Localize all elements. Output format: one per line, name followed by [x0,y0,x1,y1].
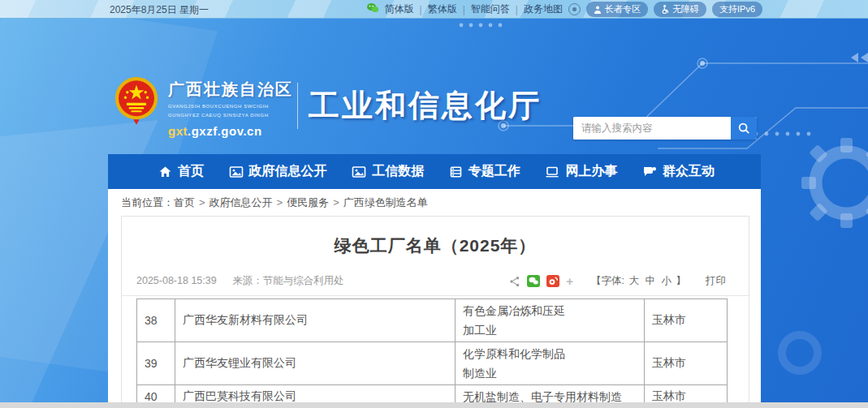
elder-zone-button[interactable]: 长者专区 [586,2,648,17]
domain-prefix: gxt [168,124,188,138]
gear-icon [771,324,828,381]
publish-date: 2025-08-18 15:39 [136,275,217,286]
header-divider [297,83,298,129]
industry-cell: 无机盐制造、电子专用材料制造 [456,385,645,403]
city-cell: 玉林市 [645,385,728,403]
article-meta: 2025-08-18 15:39 来源：节能与综合利用处 + 【字体: 大 中 [122,274,749,296]
link-simplified-chinese[interactable]: 简体版 [385,2,414,16]
link-gov-map[interactable]: 政务地图 [524,2,563,16]
site-domain: gxt.gxzf.gov.cn [168,124,293,138]
picture-icon [229,165,244,178]
nav-item-industry-data[interactable]: 工信数据 [352,163,424,180]
row-number-cell: 40 [137,385,175,403]
breadcrumb-current-page[interactable]: 广西绿色制造名单 [343,196,428,208]
site-banner: 广西壮族自治区 GVANGJSIH BOUXCUENGH SWCIGIH GUN… [0,19,868,154]
nav-item-info-disclosure[interactable]: 政府信息公开 [229,163,327,180]
breadcrumb-info-disclosure[interactable]: 政府信息公开 [209,196,273,208]
font-label-open: 【字体: [591,275,624,286]
ipv6-badge[interactable]: 支持IPv6 [712,2,762,17]
search-box [573,117,757,140]
search-icon [737,122,750,135]
company-cell: 广西巴莫科技有限公司 [175,385,456,403]
nav-label: 政府信息公开 [249,163,327,180]
search-input[interactable] [573,117,731,140]
chat-bubbles-icon [642,165,657,178]
weibo-share-icon[interactable] [546,275,559,287]
industry-cell: 化学原料和化学制品 制造业 [456,342,645,385]
circle-badge-icon[interactable] [568,3,581,15]
national-emblem-logo[interactable] [114,75,159,126]
wechat-share-icon[interactable] [527,275,540,287]
nav-item-home[interactable]: 首页 [158,163,204,180]
table-row: 38 广西华友新材料有限公司 有色金属冶炼和压延 加工业 玉林市 [137,299,728,342]
article-box: 绿色工厂名单（2025年） 2025-08-18 15:39 来源：节能与综合利… [121,216,749,402]
industry-line: 有色金属冶炼和压延 [463,301,637,320]
search-button[interactable] [731,117,757,140]
meta-right: + 【字体: 大 中 小 】 打印 [509,274,726,288]
separator: | [420,4,422,15]
article-title: 绿色工厂名单（2025年） [122,234,749,257]
font-size-medium[interactable]: 中 [646,275,656,286]
main-nav: 首页 政府信息公开 工信数据 专题工作 网上办事 群众互动 [108,154,761,189]
city-cell: 玉林市 [645,299,728,342]
font-size-large[interactable]: 大 [629,275,640,286]
meta-left: 2025-08-18 15:39 来源：节能与综合利用处 [136,274,357,288]
breadcrumb-separator: > [277,196,283,208]
font-size-small[interactable]: 小 [662,275,672,286]
company-cell: 广西华友锂业有限公司 [175,342,456,385]
elder-person-icon [594,6,602,14]
green-factory-table: 38 广西华友新材料有限公司 有色金属冶炼和压延 加工业 玉林市 39 广西华友… [136,298,728,402]
bottom-strip [0,402,868,408]
nav-item-online-services[interactable]: 网上办事 [545,163,617,180]
article-source: 来源：节能与综合利用处 [232,275,344,286]
topbar-links: 简体版 | 繁体版 | 智能问答 | 政务地图 长者专区 无障碍 支持IPv6 [366,2,762,17]
ipv6-label: 支持IPv6 [719,3,755,15]
font-size-control: 【字体: 大 中 小 】 [591,274,686,288]
breadcrumb-prefix: 当前位置： [121,196,174,208]
separator: | [463,4,465,15]
accessibility-label: 无障碍 [672,3,699,15]
table-row: 39 广西华友锂业有限公司 化学原料和化学制品 制造业 玉林市 [137,342,728,385]
site-title[interactable]: 工业和信息化厅 [309,85,542,127]
link-traditional-chinese[interactable]: 繁体版 [428,2,457,16]
nav-label: 首页 [178,163,204,180]
print-button[interactable]: 打印 [706,274,726,288]
elder-zone-label: 长者专区 [605,3,641,15]
archive-icon [449,165,463,178]
picture-icon [352,165,366,178]
company-cell: 广西华友新材料有限公司 [175,299,456,342]
domain-rest: .gxzf.gov.cn [188,124,262,138]
date-label: 2025年8月25日 星期一 [110,3,209,17]
share-icon[interactable] [509,276,520,287]
separator: | [516,4,518,15]
nav-item-special-topics[interactable]: 专题工作 [449,163,520,180]
topbar: 2025年8月25日 星期一 简体版 | 繁体版 | 智能问答 | 政务地图 长… [0,0,868,19]
link-smart-qa[interactable]: 智能问答 [471,2,510,16]
breadcrumb: 当前位置：首页>政府信息公开>便民服务>广西绿色制造名单 [108,189,761,210]
nav-label: 专题工作 [469,163,520,180]
wechat-icon[interactable] [366,2,379,16]
accessibility-button[interactable]: 无障碍 [654,2,706,17]
region-logo-block[interactable]: 广西壮族自治区 GVANGJSIH BOUXCUENGH SWCIGIH GUN… [168,79,293,138]
breadcrumb-public-services[interactable]: 便民服务 [287,196,329,208]
wheelchair-icon [661,5,669,14]
industry-cell: 有色金属冶炼和压延 加工业 [456,299,645,342]
city-cell: 玉林市 [645,342,728,385]
region-name: 广西壮族自治区 [168,79,293,101]
industry-line: 无机盐制造、电子专用材料制造 [463,387,637,402]
nav-item-public-interaction[interactable]: 群众互动 [642,163,715,180]
nav-label: 工信数据 [372,163,424,180]
industry-line: 加工业 [463,320,637,340]
main-content: 当前位置：首页>政府信息公开>便民服务>广西绿色制造名单 绿色工厂名单（2025… [108,189,761,402]
computer-icon [545,165,559,178]
row-number-cell: 39 [137,342,175,385]
nav-label: 群众互动 [663,163,715,180]
row-number-cell: 38 [137,299,175,342]
industry-line: 化学原料和化学制品 [463,344,637,363]
region-zhuang-line2: GUNGHYEZ CAEUQ SINSIZYA DINGH [168,112,293,118]
more-share-icon[interactable]: + [566,274,573,288]
breadcrumb-separator: > [333,196,339,208]
breadcrumb-home[interactable]: 首页 [174,196,195,208]
breadcrumb-separator: > [199,196,205,208]
table-row: 40 广西巴莫科技有限公司 无机盐制造、电子专用材料制造 玉林市 [137,385,728,403]
